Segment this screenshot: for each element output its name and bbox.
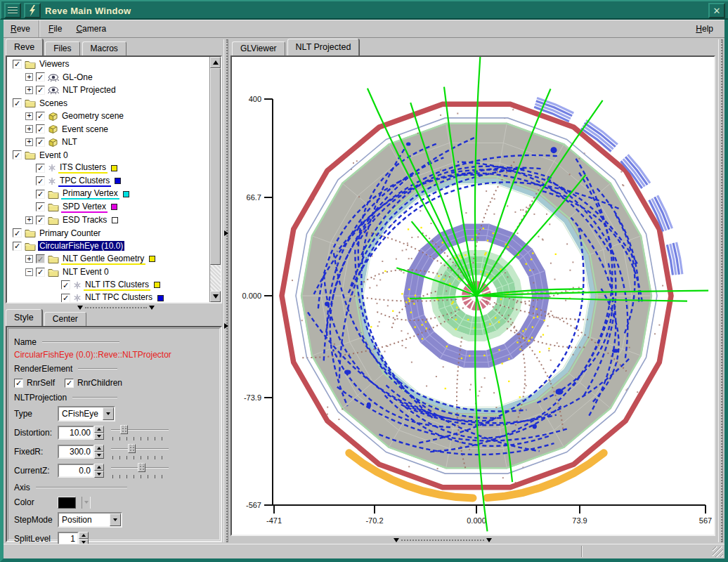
- expand-icon[interactable]: +: [25, 216, 33, 224]
- tree-item-label[interactable]: Primary Counter: [38, 228, 102, 238]
- scroll-thumb[interactable]: [210, 68, 221, 265]
- tree-item-label[interactable]: NLT Projected: [61, 85, 117, 95]
- distortion-spinner[interactable]: [94, 426, 104, 440]
- visibility-checkbox[interactable]: ✓: [36, 138, 45, 147]
- tree-item-scenes[interactable]: ✓Scenes: [7, 97, 209, 110]
- fixedr-entry[interactable]: 300.0: [58, 445, 94, 459]
- tree-item-label[interactable]: GL-One: [61, 72, 94, 82]
- currentz-spinner[interactable]: [94, 464, 104, 478]
- rnrself-checkbox[interactable]: ✓: [14, 379, 23, 388]
- tree-item-label[interactable]: Event 0: [38, 150, 70, 160]
- right-splitter[interactable]: [718, 39, 723, 542]
- menu-reve[interactable]: Reve: [4, 21, 37, 37]
- tab-nlt-projected[interactable]: NLT Projected: [287, 39, 360, 55]
- tree-item-label[interactable]: NLT Gentle Geometry: [61, 254, 145, 265]
- type-combobox[interactable]: CFishEye: [58, 406, 115, 422]
- visibility-checkbox[interactable]: ✓: [61, 280, 70, 289]
- expand-icon[interactable]: +: [25, 86, 33, 94]
- tree-item-primary-vertex[interactable]: ✓Primary Vertex: [7, 188, 209, 201]
- scroll-track[interactable]: [210, 265, 221, 291]
- tree-item-label[interactable]: Event scene: [60, 124, 110, 134]
- visibility-checkbox[interactable]: ✓: [13, 98, 22, 107]
- resize-grip[interactable]: [713, 547, 723, 557]
- dropdown-arrow-icon[interactable]: [110, 514, 121, 526]
- tree-scrollbar[interactable]: [209, 57, 221, 302]
- visibility-checkbox[interactable]: ✓: [13, 242, 22, 251]
- tree-item-label[interactable]: Viewers: [38, 59, 70, 69]
- tree-item-event-scene[interactable]: +✓Event scene: [7, 123, 209, 136]
- tree-item-label[interactable]: NLT: [60, 137, 79, 147]
- title-bar[interactable]: Reve Main Window ✕: [0, 0, 728, 20]
- tree-item-label[interactable]: ESD Tracks: [61, 215, 108, 225]
- visibility-checkbox[interactable]: ✓: [36, 72, 45, 81]
- expand-icon[interactable]: +: [25, 73, 33, 81]
- tree-splitter-handle[interactable]: [77, 305, 155, 311]
- visibility-checkbox[interactable]: ✓: [36, 202, 45, 211]
- tab-glviewer[interactable]: GLViewer: [232, 41, 285, 55]
- tree-item-nlt-tpc-clusters[interactable]: ✓NLT TPC Clusters: [7, 292, 209, 303]
- menu-file[interactable]: File: [41, 21, 69, 37]
- tree-item-event-0[interactable]: ✓Event 0: [7, 149, 209, 162]
- visibility-checkbox[interactable]: ✓: [36, 190, 45, 199]
- expand-icon[interactable]: +: [25, 138, 33, 146]
- window-menu-button[interactable]: [4, 3, 21, 18]
- visibility-checkbox[interactable]: ✓: [13, 150, 22, 159]
- tree-item-primary-counter[interactable]: ✓Primary Counter: [7, 227, 209, 240]
- tree-item-esd-tracks[interactable]: +✓ESD Tracks: [7, 214, 209, 227]
- scroll-down-button[interactable]: [210, 291, 221, 302]
- axis-color-swatch[interactable]: [58, 497, 76, 509]
- collapse-icon[interactable]: −: [25, 268, 33, 276]
- tab-macros[interactable]: Macros: [82, 41, 126, 55]
- tree-item-nlt-projected[interactable]: +✓NLT Projected: [7, 84, 209, 97]
- viewer-splitter-handle[interactable]: [394, 537, 492, 543]
- tree-item-label[interactable]: ITS Clusters: [58, 162, 108, 174]
- tree-item-label[interactable]: CircularFishEye (10.0): [38, 241, 124, 251]
- visibility-checkbox[interactable]: ✓: [36, 268, 45, 277]
- currentz-entry[interactable]: 0.0: [58, 464, 94, 478]
- visibility-checkbox[interactable]: ✓: [36, 254, 45, 263]
- visibility-checkbox[interactable]: ✓: [36, 216, 45, 225]
- fixedr-spinner[interactable]: [94, 445, 104, 459]
- tree-item-nlt-gentle-geometry[interactable]: +✓NLT Gentle Geometry: [7, 253, 209, 266]
- tree-item-nlt-its-clusters[interactable]: ✓NLT ITS Clusters: [7, 279, 209, 292]
- currentz-slider[interactable]: [111, 462, 169, 480]
- expand-icon[interactable]: +: [25, 112, 33, 120]
- visibility-checkbox[interactable]: ✓: [36, 176, 45, 185]
- tree-item-nlt[interactable]: +✓NLT: [7, 136, 209, 149]
- distortion-entry[interactable]: 10.00: [58, 426, 94, 440]
- tree-item-label[interactable]: Primary Vertex: [61, 188, 119, 200]
- expand-icon[interactable]: +: [25, 255, 33, 263]
- tree-item-gl-one[interactable]: +✓GL-One: [7, 71, 209, 84]
- tree-item-label[interactable]: NLT ITS Clusters: [84, 280, 150, 291]
- tab-files[interactable]: Files: [45, 41, 79, 55]
- tree-item-viewers[interactable]: ✓Viewers: [7, 58, 209, 71]
- panel-splitter[interactable]: [223, 39, 228, 542]
- tree-item-tpc-clusters[interactable]: ✓TPC Clusters: [7, 175, 209, 188]
- tree-item-label[interactable]: NLT Event 0: [61, 267, 110, 277]
- tab-center[interactable]: Center: [44, 312, 86, 326]
- menu-camera[interactable]: Camera: [69, 21, 113, 37]
- distortion-slider[interactable]: [111, 424, 169, 442]
- visibility-checkbox[interactable]: ✓: [36, 124, 45, 133]
- expand-icon[interactable]: +: [25, 125, 33, 133]
- tree-item-its-clusters[interactable]: ✓ITS Clusters: [7, 162, 209, 175]
- tree-item-label[interactable]: Scenes: [38, 98, 69, 108]
- visibility-checkbox[interactable]: ✓: [13, 60, 22, 69]
- visibility-checkbox[interactable]: ✓: [36, 112, 45, 121]
- close-button[interactable]: ✕: [708, 3, 725, 18]
- menu-help[interactable]: Help: [689, 21, 720, 37]
- tree-item-circularfisheye-10-0-[interactable]: ✓CircularFishEye (10.0): [7, 240, 209, 253]
- visibility-checkbox[interactable]: ✓: [36, 164, 45, 173]
- tree-item-label[interactable]: TPC Clusters: [58, 176, 111, 187]
- tab-style[interactable]: Style: [6, 309, 42, 326]
- tree-item-spd-vertex[interactable]: ✓SPD Vertex: [7, 201, 209, 214]
- scroll-up-button[interactable]: [210, 57, 221, 68]
- dropdown-arrow-icon[interactable]: [103, 407, 114, 420]
- color-dropdown-icon[interactable]: [82, 497, 91, 509]
- visibility-checkbox[interactable]: ✓: [13, 228, 22, 237]
- visibility-checkbox[interactable]: ✓: [61, 294, 70, 303]
- rnrchildren-checkbox[interactable]: ✓: [65, 379, 74, 388]
- tree-item-nlt-event-0[interactable]: −✓NLT Event 0: [7, 266, 209, 279]
- app-icon-button[interactable]: [24, 3, 41, 18]
- tab-reve[interactable]: Reve: [6, 39, 43, 55]
